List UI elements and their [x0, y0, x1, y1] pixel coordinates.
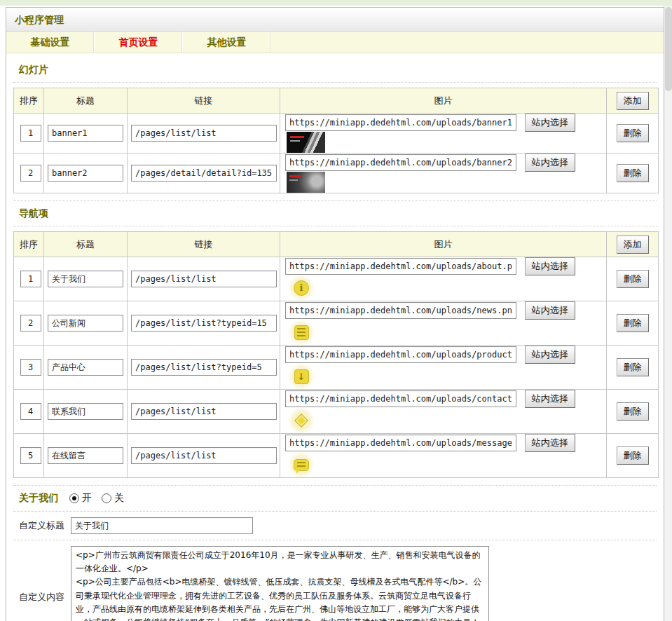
col-header-image: 图片 — [280, 88, 607, 114]
about-custom-title-row: 自定义标题 — [13, 512, 657, 540]
delete-button[interactable]: 删除 — [617, 270, 649, 288]
link-input[interactable] — [131, 125, 277, 142]
sort-input[interactable] — [20, 403, 41, 420]
image-url-input[interactable] — [285, 258, 516, 275]
top-strip — [0, 0, 672, 6]
navigation-section-title: 导航项 — [13, 201, 657, 226]
image-url-input[interactable] — [285, 302, 516, 319]
sort-input[interactable] — [20, 315, 41, 332]
about-on-radio[interactable] — [69, 493, 79, 503]
about-off-radio[interactable] — [102, 493, 111, 503]
table-row: 站内选择 删除 — [14, 390, 659, 434]
about-section-title: 关于我们 — [19, 492, 58, 505]
nav-icon-preview: ↓ — [289, 364, 314, 389]
col-header-action: 添加 — [607, 232, 659, 257]
title-input[interactable] — [48, 403, 123, 420]
nav-icon-preview — [289, 320, 314, 345]
tab-basic-settings[interactable]: 基础设置 — [6, 32, 95, 53]
col-header-action: 添加 — [607, 88, 659, 114]
delete-button[interactable]: 删除 — [617, 124, 649, 142]
scrollbar[interactable] — [664, 6, 672, 621]
message-icon — [294, 459, 309, 471]
banner1-thumbnail — [287, 132, 325, 153]
link-input[interactable] — [131, 315, 277, 332]
sort-input[interactable] — [20, 125, 41, 142]
about-custom-title-input[interactable] — [71, 517, 253, 534]
site-select-button[interactable]: 站内选择 — [525, 301, 575, 320]
site-select-button[interactable]: 站内选择 — [525, 257, 575, 275]
link-input[interactable] — [131, 165, 277, 182]
title-input[interactable] — [48, 165, 123, 182]
title-input[interactable] — [48, 271, 123, 287]
banner2-thumbnail — [287, 172, 325, 193]
tab-other-settings[interactable]: 其他设置 — [183, 32, 271, 53]
title-input[interactable] — [48, 315, 123, 332]
title-input[interactable] — [48, 447, 123, 464]
table-row: 站内选择 ↓ 删除 — [14, 346, 659, 390]
site-select-button[interactable]: 站内选择 — [525, 390, 575, 408]
sort-input[interactable] — [20, 271, 41, 287]
image-url-input[interactable] — [285, 114, 516, 131]
panel-title-bar: 小程序管理 — [6, 8, 664, 32]
scrollbar-thumb[interactable] — [665, 7, 672, 91]
about-custom-content-textarea[interactable]: <p>广州市云筑商贸有限责任公司成立于2016年10月，是一家专业从事研发、生产… — [71, 546, 489, 621]
table-row: 站内选择 删除 — [14, 301, 659, 346]
site-select-button[interactable]: 站内选择 — [525, 434, 575, 452]
delete-button[interactable]: 删除 — [617, 164, 649, 182]
info-icon: i — [294, 280, 309, 296]
delete-button[interactable]: 删除 — [617, 446, 649, 465]
nav-icon-preview — [289, 408, 314, 433]
image-url-input[interactable] — [285, 390, 516, 407]
nav-icon-preview: i — [289, 275, 314, 301]
col-header-title: 标题 — [44, 232, 128, 257]
divider — [13, 82, 657, 83]
slideshow-section-title: 幻灯片 — [13, 57, 657, 82]
slideshow-table: 排序 标题 链接 图片 添加 站内选择 删除 — [13, 88, 659, 193]
col-header-sort: 排序 — [14, 88, 44, 114]
site-select-button[interactable]: 站内选择 — [525, 153, 575, 172]
link-input[interactable] — [131, 447, 277, 464]
page-title: 小程序管理 — [15, 14, 64, 25]
image-url-input[interactable] — [285, 346, 516, 363]
delete-button[interactable]: 删除 — [617, 402, 649, 421]
title-input[interactable] — [48, 125, 123, 142]
link-input[interactable] — [131, 359, 277, 376]
table-row: 站内选择 删除 — [14, 434, 659, 478]
table-header-row: 排序 标题 链接 图片 添加 — [14, 88, 659, 114]
title-input[interactable] — [48, 359, 123, 376]
divider — [13, 226, 657, 226]
link-input[interactable] — [131, 271, 277, 287]
nav-icon-preview — [289, 452, 314, 477]
tab-home-settings[interactable]: 首页设置 — [95, 32, 183, 53]
custom-content-label: 自定义内容 — [19, 591, 71, 603]
add-button[interactable]: 添加 — [617, 92, 649, 110]
col-header-link: 链接 — [128, 88, 280, 114]
image-url-input[interactable] — [285, 435, 516, 451]
sort-input[interactable] — [20, 165, 41, 182]
link-input[interactable] — [131, 403, 277, 420]
navigation-table: 排序 标题 链接 图片 添加 站内选择 i 删除 — [13, 231, 659, 478]
table-row: 站内选择 删除 — [14, 114, 659, 153]
settings-content: 幻灯片 排序 标题 链接 图片 添加 站内选择 — [6, 53, 664, 621]
delete-button[interactable]: 删除 — [617, 358, 649, 376]
site-select-button[interactable]: 站内选择 — [525, 114, 575, 132]
site-select-button[interactable]: 站内选择 — [525, 346, 575, 364]
about-switch-off[interactable]: 关 — [102, 492, 124, 505]
col-header-link: 链接 — [128, 232, 280, 257]
sort-input[interactable] — [20, 447, 41, 464]
about-custom-content-row: 自定义内容 <p>广州市云筑商贸有限责任公司成立于2016年10月，是一家专业从… — [13, 540, 657, 621]
image-url-input[interactable] — [285, 154, 516, 171]
download-icon: ↓ — [294, 369, 309, 384]
mini-program-panel: 小程序管理 基础设置 首页设置 其他设置 幻灯片 排序 标题 链接 图片 添加 — [6, 7, 664, 621]
table-row: 站内选择 i 删除 — [14, 257, 659, 301]
about-switch-on[interactable]: 开 — [69, 492, 92, 505]
add-button[interactable]: 添加 — [617, 236, 649, 254]
table-row: 站内选择 删除 — [14, 153, 659, 193]
list-icon — [294, 325, 309, 340]
delete-button[interactable]: 删除 — [617, 314, 649, 332]
col-header-title: 标题 — [44, 88, 128, 114]
custom-title-label: 自定义标题 — [19, 519, 71, 532]
sort-input[interactable] — [20, 359, 41, 376]
col-header-sort: 排序 — [14, 232, 44, 257]
cube-icon — [294, 414, 308, 428]
